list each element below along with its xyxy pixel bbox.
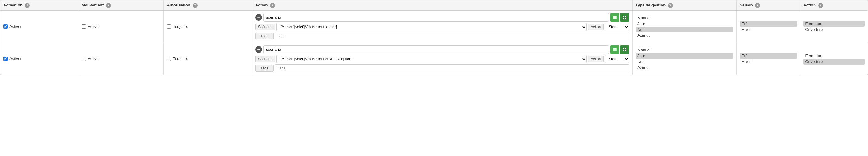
list-view-button[interactable]	[610, 45, 619, 54]
col-action: Action ?	[252, 0, 632, 10]
action-last-help-icon[interactable]: ?	[818, 3, 823, 8]
table-header: Activation ? Mouvement ? Autorisation ? …	[0, 0, 868, 10]
type-list-item[interactable]: Nuit	[636, 27, 733, 32]
col-type-de-gestion: Type de gestion ?	[632, 0, 737, 10]
scenario-select[interactable]: [Maison][volet][Volets : tout fermer]	[276, 23, 586, 31]
action-col-list: FermetureOuverture	[803, 21, 865, 32]
mouvement-checkbox-label[interactable]: Activer	[82, 24, 160, 29]
list-view-button[interactable]	[610, 13, 619, 22]
autorisation-cell: Toujours	[164, 10, 252, 43]
mouvement-text: Activer	[88, 24, 100, 29]
type-list-item[interactable]: Azimut	[636, 32, 733, 38]
activation-text: Activer	[9, 56, 22, 61]
action-label: Action	[588, 56, 603, 62]
action-col-list-item[interactable]: Ouverture	[803, 27, 865, 32]
mouvement-cell: Activer	[79, 10, 164, 43]
action-row2: Scénario [Maison][volet][Volets : tout o…	[255, 55, 629, 63]
svg-rect-11	[625, 48, 626, 49]
activation-checkbox[interactable]	[3, 57, 8, 61]
autorisation-checkbox[interactable]	[167, 57, 171, 61]
autorisation-help-icon[interactable]: ?	[193, 3, 197, 8]
autorisation-text: Toujours	[173, 56, 188, 61]
action-row3: Tags	[255, 32, 629, 40]
action-col-cell: FermetureOuverture	[800, 43, 868, 75]
col-activation: Activation ?	[0, 0, 79, 10]
svg-rect-3	[623, 16, 624, 17]
type-list-item[interactable]: Jour	[636, 21, 733, 27]
col-autorisation: Autorisation ?	[164, 0, 252, 10]
mouvement-checkbox[interactable]	[82, 24, 86, 29]
col-mouvement: Mouvement ?	[79, 0, 164, 10]
tags-input[interactable]	[275, 32, 629, 40]
mouvement-help-icon[interactable]: ?	[106, 3, 111, 8]
action-col-cell: FermetureOuverture	[800, 10, 868, 43]
activation-checkbox-label[interactable]: Activer	[3, 56, 75, 61]
autorisation-checkbox[interactable]	[167, 24, 171, 29]
svg-rect-6	[625, 18, 626, 19]
scenario-label: Scénario	[255, 24, 275, 30]
autorisation-cell: Toujours	[164, 43, 252, 75]
action-col-list-item[interactable]: Ouverture	[803, 59, 865, 64]
saison-cell: ÉtéHiver	[736, 10, 800, 43]
type-de-gestion-cell: ManuelJourNuitAzimut	[632, 43, 737, 75]
type-list-item[interactable]: Jour	[636, 53, 733, 59]
table-body: Activer Activer Toujours −	[0, 10, 868, 75]
table-row: Activer Activer Toujours −	[0, 43, 868, 75]
activation-help-icon[interactable]: ?	[25, 3, 30, 8]
autorisation-checkbox-label[interactable]: Toujours	[167, 56, 249, 61]
saison-list-item[interactable]: Hiver	[740, 27, 797, 32]
remove-button[interactable]: −	[255, 46, 262, 53]
activation-text: Activer	[9, 24, 22, 29]
saison-help-icon[interactable]: ?	[755, 3, 760, 8]
mouvement-text: Activer	[88, 56, 100, 61]
saison-list: ÉtéHiver	[740, 21, 797, 32]
type-list-item[interactable]: Azimut	[636, 64, 733, 70]
type-de-gestion-cell: ManuelJourNuitAzimut	[632, 10, 737, 43]
svg-rect-2	[613, 18, 617, 19]
saison-cell: ÉtéHiver	[736, 43, 800, 75]
scenario-select[interactable]: [Maison][volet][Volets : tout ouvrir exc…	[276, 55, 586, 63]
grid-view-button[interactable]	[620, 13, 629, 22]
action-label: Action	[588, 24, 603, 30]
activation-cell: Activer	[0, 10, 79, 43]
scenario-input[interactable]	[263, 45, 609, 54]
activation-checkbox[interactable]	[3, 24, 8, 29]
autorisation-checkbox-label[interactable]: Toujours	[167, 24, 249, 29]
type-list-item[interactable]: Manuel	[636, 47, 733, 53]
grid-view-button[interactable]	[620, 45, 629, 54]
action-cell-inner: −	[255, 45, 629, 72]
saison-list-item[interactable]: Été	[740, 53, 797, 59]
svg-rect-1	[613, 17, 617, 18]
activation-checkbox-label[interactable]: Activer	[3, 24, 75, 29]
action-help-icon[interactable]: ?	[270, 3, 275, 8]
tags-label: Tags	[255, 33, 274, 40]
action-cell: −	[252, 43, 632, 75]
mouvement-checkbox-label[interactable]: Activer	[82, 56, 160, 61]
svg-rect-0	[613, 16, 617, 17]
mouvement-checkbox[interactable]	[82, 57, 86, 61]
remove-button[interactable]: −	[255, 14, 262, 21]
type-list-item[interactable]: Nuit	[636, 59, 733, 64]
svg-rect-9	[613, 50, 617, 51]
scenario-label: Scénario	[255, 56, 275, 62]
main-table: Activation ? Mouvement ? Autorisation ? …	[0, 0, 868, 75]
saison-list-item[interactable]: Été	[740, 21, 797, 27]
type-list-item[interactable]: Manuel	[636, 15, 733, 21]
tags-input[interactable]	[275, 64, 629, 72]
start-select[interactable]: Start	[605, 55, 629, 63]
saison-list-item[interactable]: Hiver	[740, 59, 797, 64]
autorisation-text: Toujours	[173, 24, 188, 29]
type-de-gestion-help-icon[interactable]: ?	[668, 3, 673, 8]
action-row1: −	[255, 45, 629, 54]
activation-cell: Activer	[0, 43, 79, 75]
svg-rect-12	[623, 50, 624, 51]
svg-rect-5	[623, 18, 624, 19]
type-list: ManuelJourNuitAzimut	[636, 47, 733, 70]
scenario-input[interactable]	[263, 13, 609, 22]
start-select[interactable]: Start	[605, 23, 629, 31]
action-col-list-item[interactable]: Fermeture	[803, 53, 865, 59]
main-table-wrapper: Activation ? Mouvement ? Autorisation ? …	[0, 0, 868, 75]
action-col-list-item[interactable]: Fermeture	[803, 21, 865, 27]
svg-rect-4	[625, 16, 626, 17]
svg-rect-13	[625, 50, 626, 51]
